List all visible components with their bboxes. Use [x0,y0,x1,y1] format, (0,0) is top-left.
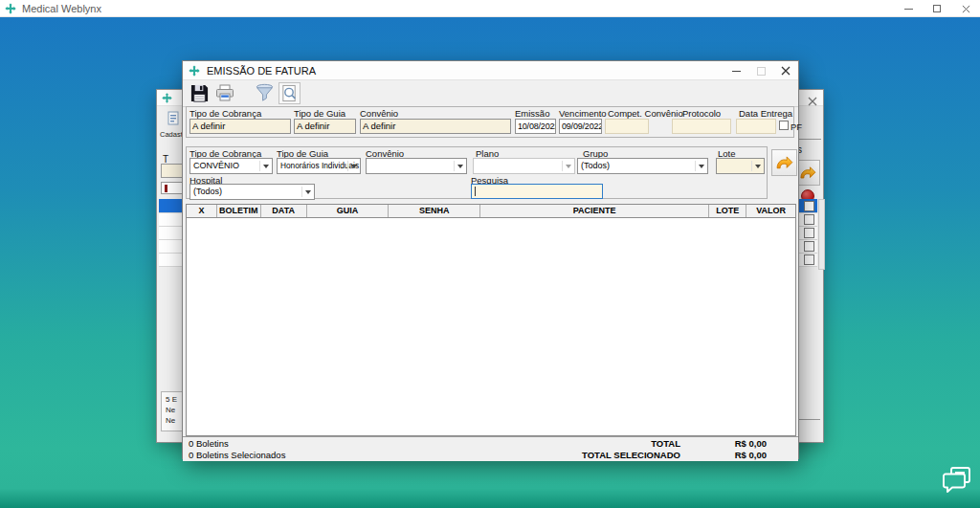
row-checkbox[interactable] [804,241,814,252]
save-button[interactable] [189,82,211,104]
boletins-selected-count: 0 Boletins Selecionados [189,450,285,460]
pf-checkbox-label: PF [791,121,802,132]
column-header-guia[interactable]: GUIA [307,205,390,217]
preview-button[interactable] [278,82,301,104]
lote-dropdown[interactable] [716,158,765,174]
document-icon [166,111,181,126]
minimize-icon[interactable] [724,61,748,80]
dialog-title: EMISSÃO DE FATURA [207,65,316,77]
column-header-x[interactable]: X [187,205,217,217]
convenio-display[interactable]: A definir [360,119,511,134]
minimize-icon[interactable] [894,0,923,17]
tipo-cobranca-display[interactable]: A definir [189,119,291,134]
red-text-fragment [165,185,167,192]
row-checkbox[interactable] [804,201,814,211]
tipo-guia-dropdown[interactable]: Honorários Individuais [277,158,361,174]
status-row-total: 0 Boletins TOTAL R$ 0,00 [183,436,798,449]
column-header-boletim[interactable]: BOLETIM [217,205,261,217]
medical-cross-icon [162,93,172,103]
dialog-controls [724,61,798,80]
field-label: Emissão [515,108,549,119]
status-row-selected: 0 Boletins Selecionados TOTAL SELECIONAD… [183,449,798,461]
chat-bubbles-icon [942,465,974,496]
medical-cross-icon [5,3,16,14]
dialog-titlebar[interactable]: EMISSÃO DE FATURA [183,61,798,80]
plano-dropdown[interactable] [473,158,575,174]
total-selected-value: R$ 0,00 [690,450,767,460]
protocolo-field[interactable] [672,119,731,134]
column-header-senha[interactable]: SENHA [389,205,480,217]
chat-widget[interactable] [942,465,974,496]
row-checkbox[interactable] [804,228,814,238]
tipo-cobranca-dropdown[interactable]: CONVÊNIO [189,158,273,174]
total-selected-label: TOTAL SELECIONADO [499,450,680,460]
scrollbar[interactable] [818,199,825,270]
restore-icon[interactable] [923,0,951,17]
medical-cross-icon [189,65,200,77]
print-icon [214,83,235,103]
field-label: Tipo de Guia [294,108,345,119]
curved-orange-arrow-icon [774,153,794,173]
load-boletins-button[interactable] [771,149,797,176]
field-label: Protocolo [682,108,721,119]
close-icon[interactable] [808,93,817,110]
document-fields-groupbox: Tipo de Cobrança A definir Tipo de Guia … [186,106,794,138]
row-checkbox[interactable] [804,214,814,225]
os-titlebar[interactable]: Medical Weblynx [0,0,980,17]
total-value: R$ 0,00 [690,438,767,449]
screen: Medical Weblynx Ca [0,0,980,508]
table-body-empty [187,218,795,435]
data-entrega-field[interactable] [736,119,776,134]
hospital-dropdown[interactable]: (Todos) [189,184,315,200]
text-caret [475,187,476,196]
os-window-controls [894,0,980,17]
column-header-data[interactable]: DATA [261,205,307,217]
field-label: Tipo de Cobrança [189,108,261,119]
convenio-dropdown[interactable] [366,158,467,174]
field-label: Compet. Convênio [608,108,683,119]
grupo-dropdown[interactable]: (Todos) [577,158,708,174]
save-icon [189,83,210,103]
filters-groupbox: Tipo de Cobrança CONVÊNIO Tipo de Guia H… [186,146,768,199]
restore-icon[interactable] [748,61,773,80]
field-label: Vencimento [559,108,607,119]
filter-button[interactable] [254,82,276,104]
field-label: Data Entrega [739,108,792,119]
magnifier-page-icon [280,84,299,102]
close-icon[interactable] [951,0,980,17]
emissao-de-fatura-dialog: EMISSÃO DE FATURA [182,60,799,459]
close-icon[interactable] [773,61,798,80]
filter-funnel-icon [255,83,275,103]
os-window-title: Medical Weblynx [22,3,101,14]
field-label: Convênio [360,108,398,119]
dialog-toolbar [183,80,798,107]
curved-orange-arrow-icon [798,164,817,183]
print-button[interactable] [213,82,235,104]
column-header-valor[interactable]: VALOR [746,205,795,217]
compet-convenio-field[interactable] [605,119,649,134]
boletins-table: X BOLETIM DATA GUIA SENHA PACIENTE LOTE … [186,204,796,436]
tipo-guia-display[interactable]: A definir [294,119,356,134]
row-checkbox[interactable] [804,254,814,265]
pesquisa-input[interactable] [471,184,603,199]
boletins-count: 0 Boletins [189,438,229,449]
emissao-date-field[interactable]: 10/08/2022 [515,119,556,134]
column-header-lote[interactable]: LOTE [709,205,746,217]
table-header: X BOLETIM DATA GUIA SENHA PACIENTE LOTE … [187,205,795,218]
total-label: TOTAL [499,438,680,449]
vencimento-date-field[interactable]: 09/09/2022 [559,119,602,134]
column-header-paciente[interactable]: PACIENTE [480,205,709,217]
pf-checkbox[interactable] [779,121,789,130]
